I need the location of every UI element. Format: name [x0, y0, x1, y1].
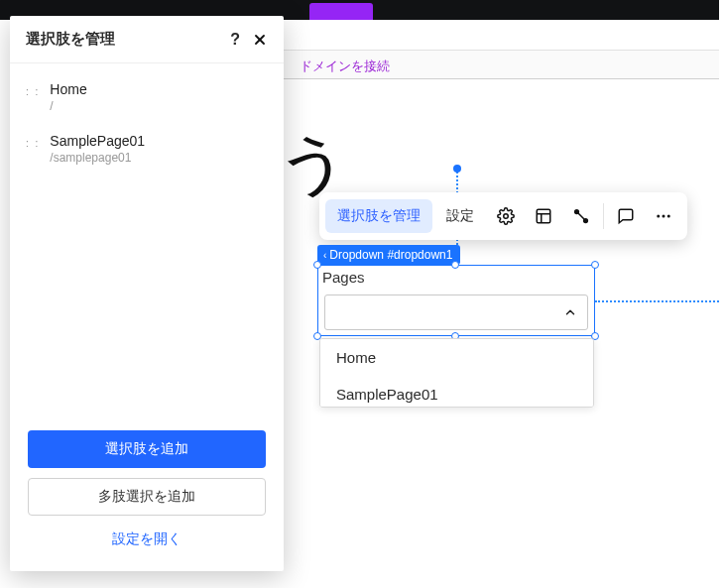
drag-handle-icon[interactable]: : : — [26, 133, 40, 165]
element-floating-toolbar: 選択肢を管理 設定 — [319, 192, 687, 240]
option-label: Home — [50, 81, 86, 97]
help-icon[interactable]: ? — [230, 31, 240, 49]
options-list: : : Home / : : SamplePage01 /samplepage0… — [10, 63, 284, 418]
animation-icon[interactable] — [563, 198, 599, 234]
close-icon[interactable] — [252, 32, 268, 48]
list-item[interactable]: : : Home / — [22, 71, 272, 123]
resize-handle[interactable] — [591, 261, 599, 269]
svg-point-8 — [667, 215, 670, 218]
dropdown-option[interactable]: Home — [320, 339, 593, 376]
panel-header: 選択肢を管理 ? — [10, 16, 284, 63]
toolbar-separator — [603, 203, 604, 229]
settings-button[interactable]: 設定 — [434, 199, 486, 233]
chevron-up-icon — [563, 305, 577, 319]
drag-handle-icon[interactable]: : : — [26, 81, 40, 113]
selected-dropdown-element[interactable]: Pages — [317, 265, 595, 336]
dropdown-field[interactable] — [324, 294, 588, 330]
gear-icon[interactable] — [488, 198, 524, 234]
add-multiselect-button[interactable]: 多肢選択を追加 — [28, 478, 266, 516]
manage-options-panel: 選択肢を管理 ? : : Home / : : SamplePage01 /sa… — [10, 16, 284, 571]
dropdown-label: Pages — [322, 269, 365, 286]
element-tag-label: Dropdown #dropdown1 — [329, 248, 452, 262]
option-label: SamplePage01 — [50, 133, 145, 149]
manage-options-button[interactable]: 選択肢を管理 — [325, 199, 432, 233]
list-item[interactable]: : : SamplePage01 /samplepage01 — [22, 123, 272, 175]
comment-icon[interactable] — [608, 198, 644, 234]
connect-domain-link[interactable]: ドメインを接続 — [300, 59, 390, 73]
panel-title: 選択肢を管理 — [26, 30, 115, 49]
option-path: / — [50, 99, 86, 113]
more-icon[interactable] — [646, 198, 681, 234]
chevron-left-icon: ‹ — [323, 250, 326, 261]
svg-point-0 — [504, 214, 509, 219]
svg-point-6 — [657, 215, 660, 218]
top-bar-accent — [309, 3, 373, 20]
resize-handle[interactable] — [313, 261, 321, 269]
connect-domain-bar[interactable]: ドメインを接続 — [284, 50, 719, 79]
open-settings-link[interactable]: 設定を開く — [28, 526, 266, 553]
layout-icon[interactable] — [526, 198, 561, 234]
dropdown-menu: Home SamplePage01 — [319, 338, 594, 408]
resize-handle[interactable] — [451, 261, 459, 269]
panel-footer: 選択肢を追加 多肢選択を追加 設定を開く — [10, 418, 284, 571]
canvas-horizontal-guide — [595, 300, 719, 302]
element-tag[interactable]: ‹ Dropdown #dropdown1 — [317, 245, 460, 265]
svg-point-7 — [663, 215, 665, 218]
dropdown-option[interactable]: SamplePage01 — [320, 376, 593, 408]
add-option-button[interactable]: 選択肢を追加 — [28, 430, 266, 468]
option-path: /samplepage01 — [50, 151, 145, 165]
svg-rect-1 — [537, 209, 550, 223]
